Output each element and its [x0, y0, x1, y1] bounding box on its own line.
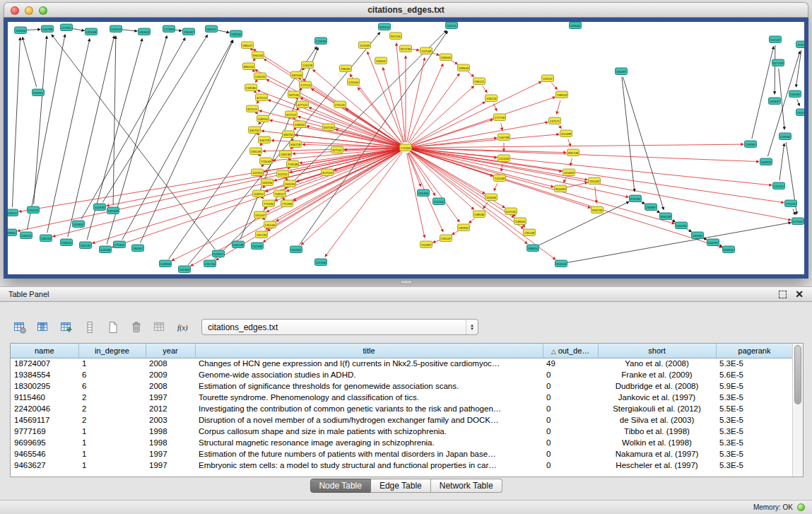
table-cell[interactable]: Embryonic stem cells: a model to study s…: [195, 460, 543, 471]
table-cell[interactable]: 1997: [146, 460, 195, 471]
network-node[interactable]: 190087: [183, 28, 195, 35]
network-node[interactable]: 183042: [230, 30, 242, 37]
network-node[interactable]: 306719: [259, 136, 271, 144]
table-row[interactable]: 1830029562008Estimation of significance …: [11, 380, 793, 392]
network-node[interactable]: 127514: [300, 81, 312, 88]
tab-network-table[interactable]: Network Table: [431, 479, 502, 493]
table-cell[interactable]: 1997: [146, 448, 195, 460]
column-header-name[interactable]: name: [11, 344, 78, 358]
network-node[interactable]: 161094: [676, 222, 688, 229]
table-cell[interactable]: 6: [78, 380, 146, 392]
table-cell[interactable]: 0: [543, 460, 598, 471]
network-node[interactable]: 771393: [281, 200, 293, 207]
panel-resize-handle[interactable]: [400, 280, 413, 284]
network-node[interactable]: 218580: [245, 84, 257, 91]
network-node[interactable]: 121656: [498, 155, 510, 162]
network-node[interactable]: 137571: [549, 117, 561, 124]
network-node[interactable]: 927743: [772, 59, 784, 66]
table-row[interactable]: 1938455462009Genome-wide association stu…: [11, 369, 793, 380]
network-node[interactable]: 451499: [560, 130, 572, 137]
network-node[interactable]: 104148: [233, 241, 245, 248]
table-cell[interactable]: Corpus callosum shape and size in male p…: [195, 426, 543, 437]
network-node[interactable]: 206903: [20, 232, 33, 239]
network-node[interactable]: 162515: [446, 22, 458, 29]
network-node[interactable]: 102112: [277, 170, 289, 177]
trash-icon[interactable]: [126, 317, 146, 337]
network-node[interactable]: 165663: [139, 28, 151, 35]
network-node[interactable]: 957240: [390, 33, 402, 40]
zoom-button[interactable]: [39, 6, 47, 15]
table-cell[interactable]: 9699695: [11, 437, 78, 448]
network-node[interactable]: 108646: [473, 211, 486, 218]
network-node[interactable]: 160945: [692, 232, 704, 239]
close-panel-button[interactable]: ✕: [795, 289, 804, 299]
table-cell[interactable]: 0: [543, 448, 598, 460]
table-cell[interactable]: 9115460: [11, 392, 78, 403]
network-node[interactable]: 121051: [773, 182, 785, 189]
network-node[interactable]: 116046: [486, 194, 498, 201]
column-header-pagerank[interactable]: pagerank: [716, 344, 793, 358]
network-node[interactable]: 129860: [8, 229, 17, 236]
network-node[interactable]: 427512: [297, 101, 309, 108]
network-node[interactable]: 118010: [8, 209, 18, 216]
network-node[interactable]: 677055: [792, 218, 804, 225]
table-cell[interactable]: 0: [543, 380, 598, 392]
network-node[interactable]: 950493: [555, 185, 567, 192]
table-cell[interactable]: 14569117: [11, 414, 78, 426]
table-cell[interactable]: Genome-wide association studies in ADHD.: [195, 369, 543, 380]
network-node[interactable]: 163194: [261, 179, 273, 186]
table-cell[interactable]: 1998: [146, 437, 195, 448]
table-cell[interactable]: 2: [78, 414, 146, 426]
table-cell[interactable]: 2008: [146, 358, 195, 369]
network-node[interactable]: 104197: [707, 239, 719, 246]
scrollbar-thumb[interactable]: [794, 345, 801, 404]
network-node[interactable]: 622040: [505, 208, 517, 215]
table-cell[interactable]: 18300295: [11, 380, 78, 392]
table-cell[interactable]: 5.5E-5: [716, 403, 793, 414]
network-node[interactable]: 124220: [254, 73, 266, 80]
network-node[interactable]: 196061: [340, 65, 352, 72]
network-node[interactable]: 155013: [28, 206, 40, 214]
table-row[interactable]: 969969511998Structural magnetic resonanc…: [11, 437, 793, 448]
network-node[interactable]: 122000: [348, 78, 360, 86]
table-cell[interactable]: Estimation of significance thresholds fo…: [195, 380, 543, 392]
network-node[interactable]: 191484: [418, 189, 430, 197]
network-node[interactable]: 275141: [334, 101, 346, 108]
network-node[interactable]: 103918: [160, 260, 172, 267]
network-node[interactable]: 108110: [253, 190, 265, 197]
network-node[interactable]: 135147: [440, 235, 452, 242]
network-node[interactable]: 191234: [204, 260, 216, 267]
table-cell[interactable]: 9465546: [11, 448, 78, 460]
network-node[interactable]: 119747: [542, 75, 554, 82]
network-node[interactable]: 161042: [589, 177, 601, 185]
table-selector-dropdown[interactable]: citations_edges.txt ▲▼: [201, 319, 478, 335]
network-node[interactable]: 442004: [291, 71, 303, 78]
network-node[interactable]: 143437: [769, 98, 781, 105]
network-node[interactable]: 330761: [249, 127, 261, 134]
table-row[interactable]: 946554611997Estimation of the future num…: [11, 448, 793, 460]
table-cell[interactable]: 5.3E-5: [716, 437, 793, 448]
table-cell[interactable]: 2012: [146, 403, 195, 414]
network-node[interactable]: 190887: [645, 204, 657, 211]
network-node[interactable]: 103917: [213, 250, 225, 257]
network-node[interactable]: 166600: [440, 54, 452, 61]
network-node[interactable]: 112549: [359, 42, 371, 49]
table-cell[interactable]: Disruption of a novel member of a sodium…: [195, 414, 543, 426]
table-cell[interactable]: Structural magnetic resonance image aver…: [195, 437, 543, 448]
network-node[interactable]: 159584: [779, 133, 792, 140]
column-header-in_degree[interactable]: in_degree: [78, 344, 146, 358]
table-cell[interactable]: Changes of HCN gene expression and I(f) …: [195, 358, 543, 369]
table-cell[interactable]: 0: [543, 392, 598, 403]
table-cell[interactable]: 5.3E-5: [716, 392, 793, 403]
table-cell[interactable]: de Silva et al. (2003): [598, 414, 716, 426]
network-node[interactable]: 771394: [263, 200, 275, 207]
network-node[interactable]: 189450: [527, 245, 539, 252]
column-header-year[interactable]: year: [146, 344, 195, 358]
table-cell[interactable]: 5.3E-5: [716, 414, 793, 426]
network-node[interactable]: 166487: [616, 68, 628, 75]
table-row[interactable]: 977716911998Corpus callosum shape and si…: [11, 426, 793, 437]
column-header-title[interactable]: title: [195, 344, 543, 358]
network-node[interactable]: 959733: [592, 206, 604, 214]
table-cell[interactable]: 0: [543, 369, 598, 380]
close-button[interactable]: [11, 6, 19, 15]
